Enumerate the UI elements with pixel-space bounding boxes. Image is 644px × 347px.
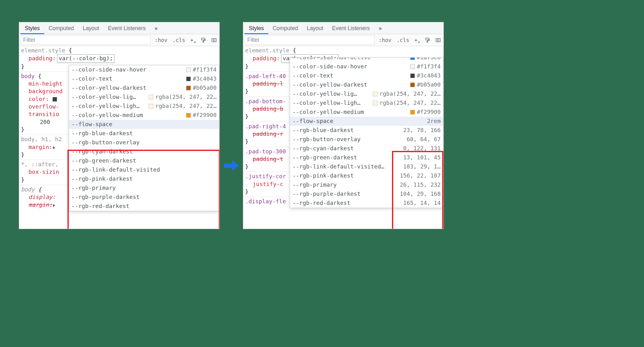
tab-layout[interactable]: Layout <box>302 22 328 34</box>
ac-item[interactable]: --rgb-blue-darkest23, 78, 166 <box>290 126 443 135</box>
ac-item[interactable]: --flow-space2rem <box>290 117 443 126</box>
ac-item[interactable]: --rgb-link-default-visited…103, 29, 1… <box>290 162 443 171</box>
ac-item[interactable]: --color-yellow-medium#f29900 <box>290 108 443 117</box>
ac-item[interactable]: --color-text#3c4043 <box>290 71 443 80</box>
svg-rect-4 <box>426 38 429 40</box>
rules-list: element.style { padding:var(--color-bg);… <box>243 46 443 229</box>
ac-item[interactable]: --color-yellow-darkest#b05a00 <box>290 80 443 89</box>
tab-bar: Styles Computed Layout Event Listeners » <box>19 22 219 34</box>
ac-item[interactable]: --color-yellow-ligh…rgba(254, 247, 22… <box>290 99 443 108</box>
arrow-icon <box>223 157 240 176</box>
ac-item[interactable]: --color-text#3c4043 <box>69 74 219 83</box>
ac-item[interactable]: --rgb-primary <box>69 184 219 193</box>
ac-item[interactable]: --rgb-primary26, 115, 232 <box>290 180 443 190</box>
tab-more[interactable]: » <box>374 22 386 34</box>
ac-item[interactable]: --rgb-pink-darkest156, 22, 107 <box>290 171 443 180</box>
paint-icon[interactable] <box>422 34 433 46</box>
ac-item[interactable]: --rgb-button-overlay60, 64, 67 <box>290 135 443 144</box>
paint-icon[interactable] <box>198 34 209 46</box>
cls-button[interactable]: .cls <box>170 34 188 46</box>
ac-item[interactable]: --color-yellow-darkest#b05a00 <box>69 83 219 93</box>
cls-button[interactable]: .cls <box>394 34 412 46</box>
ac-item[interactable]: --rgb-red-darkest <box>69 202 219 211</box>
svg-rect-0 <box>201 38 205 40</box>
ac-item[interactable]: --color-side-nav-hover#f1f3f4 <box>69 65 219 74</box>
ac-item[interactable]: --color-yellow-lig…rgba(254, 247, 22… <box>69 93 219 102</box>
property-value-input[interactable]: var(--color-bg); <box>57 54 115 62</box>
tab-computed[interactable]: Computed <box>44 22 78 34</box>
ac-item[interactable]: --color-yellow-ligh…rgba(254, 247, 22… <box>69 102 219 111</box>
filter-input[interactable]: Filter <box>20 35 151 45</box>
tab-event-listeners[interactable]: Event Listeners <box>328 22 374 34</box>
hov-button[interactable]: :hov <box>152 34 170 46</box>
tab-computed[interactable]: Computed <box>268 22 303 34</box>
ac-item[interactable]: --flow-space <box>69 120 219 129</box>
ac-item[interactable]: --rgb-blue-darkest <box>69 129 219 138</box>
autocomplete-popup[interactable]: --color-side-nav-active#1a73e8--color-si… <box>290 57 443 208</box>
styles-toolbar: Filter :hov .cls +◢ <box>19 34 219 46</box>
tab-styles[interactable]: Styles <box>244 22 268 34</box>
ac-item[interactable]: --color-side-nav-hover#f1f3f4 <box>290 62 443 71</box>
devtools-panel-before: Styles Computed Layout Event Listeners »… <box>19 22 220 229</box>
sidebar-toggle-icon[interactable] <box>433 34 443 46</box>
new-rule-button[interactable]: +◢ <box>412 34 422 46</box>
tab-layout[interactable]: Layout <box>78 22 104 34</box>
ac-item[interactable]: --rgb-green-darkest <box>69 156 219 165</box>
sidebar-toggle-icon[interactable] <box>209 34 219 46</box>
ac-item[interactable]: --rgb-cyan-darkest <box>69 147 219 156</box>
ac-item[interactable]: --color-yellow-lig…rgba(254, 247, 22… <box>290 89 443 99</box>
ac-item[interactable]: --rgb-cyan-darkest0, 122, 131 <box>290 144 443 153</box>
ac-item[interactable]: --rgb-red-darkest165, 14, 14 <box>290 199 443 208</box>
ac-item[interactable]: --color-yellow-medium#f29900 <box>69 111 219 120</box>
styles-toolbar: Filter :hov .cls +◢ <box>243 34 443 46</box>
autocomplete-popup[interactable]: --color-side-nav-hover#f1f3f4--color-tex… <box>69 65 219 211</box>
ac-item[interactable]: --rgb-purple-darkest104, 29, 168 <box>290 190 443 199</box>
ac-item[interactable]: --rgb-pink-darkest <box>69 174 219 184</box>
devtools-panel-after: Styles Computed Layout Event Listeners »… <box>243 22 444 229</box>
tab-styles[interactable]: Styles <box>20 22 44 34</box>
ac-item[interactable]: --color-side-nav-active#1a73e8 <box>290 58 443 62</box>
ac-item[interactable]: --rgb-link-default-visited <box>69 165 219 174</box>
ac-item[interactable]: --rgb-button-overlay <box>69 138 219 147</box>
ac-item[interactable]: --rgb-purple-darkest <box>69 193 219 202</box>
ac-item[interactable]: --rgb-green-darkest13, 101, 45 <box>290 153 443 162</box>
svg-rect-1 <box>203 41 204 42</box>
new-rule-button[interactable]: +◢ <box>188 34 198 46</box>
filter-input[interactable]: Filter <box>244 35 375 45</box>
svg-rect-5 <box>427 41 428 42</box>
tab-bar: Styles Computed Layout Event Listeners » <box>243 22 443 34</box>
hov-button[interactable]: :hov <box>376 34 394 46</box>
tab-event-listeners[interactable]: Event Listeners <box>104 22 150 34</box>
tab-more[interactable]: » <box>150 22 162 34</box>
rules-list: element.style { padding:var(--color-bg);… <box>19 46 219 229</box>
